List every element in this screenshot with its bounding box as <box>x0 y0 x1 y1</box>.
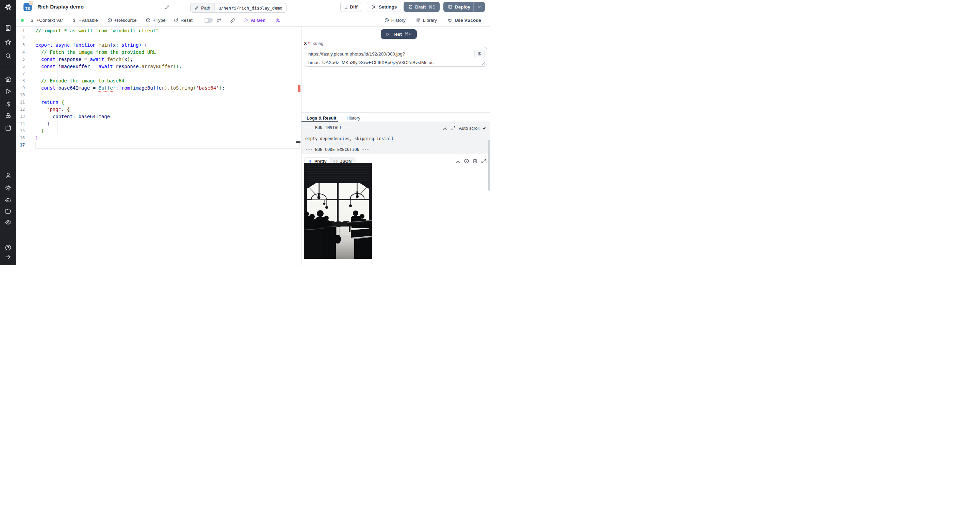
line-number: 1 <box>16 27 25 34</box>
code-line: 10 <box>16 92 301 99</box>
code-text: // Fetch the image from the provided URL <box>35 49 156 56</box>
code-line: 17 <box>16 142 301 149</box>
auto-scroll-check-icon[interactable]: ✓ <box>482 125 487 131</box>
vscode-cat-icon <box>447 18 453 23</box>
result-actions <box>455 158 487 164</box>
dollar-icon <box>72 18 76 23</box>
magic-wand-icon <box>243 18 249 23</box>
play-icon <box>385 32 390 37</box>
sidebar-item-eye-icon[interactable] <box>5 219 11 226</box>
code-editor[interactable]: 1// import * as wmill from "windmill-cli… <box>16 27 301 265</box>
auto-scroll-label[interactable]: Auto scroll <box>459 126 480 131</box>
expand-result-icon[interactable] <box>481 158 487 164</box>
settings-button[interactable]: Settings <box>367 2 401 12</box>
save-icon <box>448 5 453 9</box>
line-number: 8 <box>16 77 25 85</box>
sidebar-item-dollar-icon[interactable] <box>5 101 11 108</box>
plus-minus-icon: ± <box>345 5 347 10</box>
download-result-icon[interactable] <box>455 158 461 164</box>
format-brush-icon[interactable] <box>230 18 235 23</box>
sidebar-item-robot-icon[interactable] <box>5 197 11 204</box>
code-line: 6 const imageBuffer = await response.arr… <box>16 63 301 70</box>
code-line: 3export async function main(x: string) { <box>16 42 301 49</box>
resize-handle-icon[interactable] <box>482 62 485 65</box>
argument-label: x * string <box>304 41 323 46</box>
header: TS Rich Display demo Path u/henri/rich_d… <box>16 0 490 14</box>
argument-input[interactable]: https://fastly.picsum.photos/id/192/200/… <box>304 47 487 67</box>
argument-value-line1: https://fastly.picsum.photos/id/192/200/… <box>308 50 472 58</box>
argument-value-line2: hmac=UAXa6z_MKaSlyDXrwECLI6XBp0jzyV3C2eS… <box>308 58 472 67</box>
path-chip[interactable]: Path u/henri/rich_display_demo <box>190 3 286 13</box>
code-line: 15 } <box>16 128 301 134</box>
history-button[interactable]: History <box>384 18 406 23</box>
log-line: --- BUN CODE EXECUTION --- <box>305 146 490 153</box>
use-vscode-button[interactable]: Use VScode <box>447 18 481 23</box>
add-type-button[interactable]: +Type <box>146 18 165 23</box>
deploy-button[interactable]: Deploy <box>443 2 485 12</box>
library-button[interactable]: Library <box>416 18 437 23</box>
reset-button[interactable]: Reset <box>173 18 192 23</box>
refresh-icon <box>173 18 178 23</box>
line-number: 6 <box>16 63 25 70</box>
line-number: 2 <box>16 34 25 42</box>
sidebar-item-calendar-icon[interactable] <box>5 125 11 131</box>
code-line: 14 } <box>16 120 301 128</box>
add-variable-button[interactable]: +Variable <box>72 18 98 23</box>
toolbar: +Context Var +Variable +Resource +Type R… <box>16 14 490 27</box>
sidebar-item-building-icon[interactable] <box>5 24 11 31</box>
line-number: 10 <box>16 92 25 99</box>
panel-scrollbar[interactable] <box>488 140 490 191</box>
sparkles-icon[interactable] <box>275 18 280 23</box>
line-number: 12 <box>16 106 25 113</box>
line-number: 9 <box>16 85 25 92</box>
code-text: } <box>35 134 38 142</box>
add-context-var-button[interactable]: +Context Var <box>30 18 63 23</box>
sidebar-item-star-icon[interactable] <box>5 39 11 46</box>
multiplayer-toggle[interactable] <box>204 18 213 23</box>
path-value: u/henri/rich_display_demo <box>215 3 286 12</box>
edit-title-pencil-icon[interactable] <box>165 5 170 10</box>
dollar-icon <box>30 18 34 23</box>
line-number: 7 <box>16 70 25 77</box>
copy-clipboard-icon[interactable] <box>472 158 478 164</box>
deploy-split-divider <box>473 2 474 11</box>
windmill-script-editor: TS Rich Display demo Path u/henri/rich_d… <box>0 0 490 265</box>
sidebar-item-search-icon[interactable] <box>5 53 11 59</box>
log-line: empty dependencies, skipping install <box>305 135 490 142</box>
code-text: content: base64Image <box>35 113 110 120</box>
ai-gen-button[interactable]: AI Gen <box>243 18 266 23</box>
code-line: 13 content: base64Image <box>16 113 301 120</box>
windmill-logo-icon[interactable] <box>4 3 13 11</box>
sidebar-item-gear-icon[interactable] <box>5 184 11 191</box>
tab-history[interactable]: History <box>341 114 365 122</box>
sidebar-item-arrow-right-icon[interactable] <box>5 254 11 260</box>
line-number: 16 <box>16 134 25 142</box>
diff-button[interactable]: ± Diff <box>340 2 362 12</box>
draft-button[interactable]: Draft ⌘S <box>404 2 440 12</box>
info-icon[interactable] <box>464 158 469 164</box>
cursor-marker <box>296 141 301 143</box>
add-resource-button[interactable]: +Resource <box>107 18 137 23</box>
sidebar-divider <box>0 16 16 16</box>
test-button[interactable]: Test ⌘↵ <box>381 29 417 39</box>
code-text: // Encode the image to base64 <box>35 77 124 85</box>
code-line: 12 "png": { <box>16 106 301 113</box>
expand-logs-icon[interactable] <box>451 126 456 131</box>
test-shortcut: ⌘↵ <box>404 32 412 37</box>
insert-variable-button[interactable]: $ <box>474 49 485 58</box>
chevron-down-icon[interactable] <box>477 5 482 9</box>
gear-icon <box>371 5 376 10</box>
sidebar-item-home-icon[interactable] <box>5 76 11 82</box>
required-mark: * <box>308 41 310 46</box>
code-line: 4 // Fetch the image from the provided U… <box>16 49 301 56</box>
history-clock-icon <box>384 18 389 23</box>
sidebar-item-play-icon[interactable] <box>5 88 11 95</box>
code-line: 9 const base64Image = Buffer.from(imageB… <box>16 85 301 92</box>
person-signal-icon[interactable] <box>216 18 221 23</box>
download-logs-icon[interactable] <box>442 125 448 131</box>
sidebar-item-user-icon[interactable] <box>5 172 11 179</box>
sidebar-item-help-icon[interactable] <box>5 244 11 251</box>
sidebar-item-folder-icon[interactable] <box>5 208 11 215</box>
code-text: return { <box>35 99 64 106</box>
sidebar-item-cubes-icon[interactable] <box>5 112 11 119</box>
